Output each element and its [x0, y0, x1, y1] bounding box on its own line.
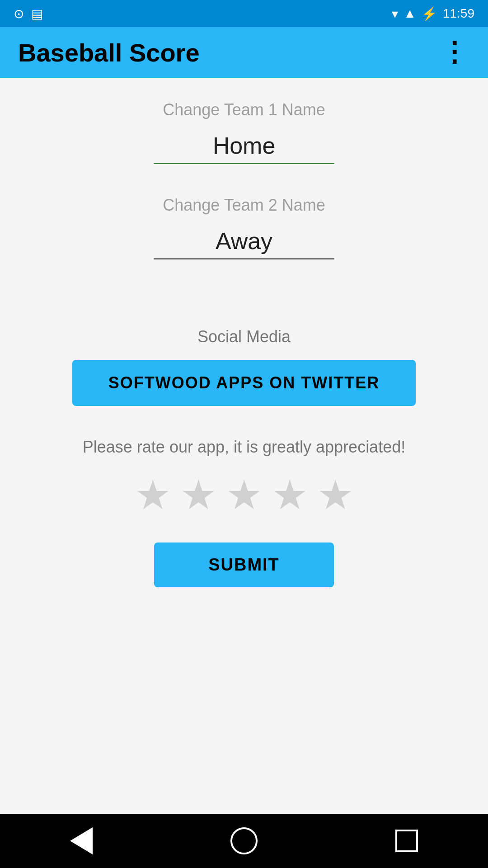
back-icon	[70, 827, 93, 854]
nav-bar	[0, 814, 488, 868]
twitter-button[interactable]: SOFTWOOD APPS ON TWITTER	[72, 360, 416, 406]
team1-label: Change Team 1 Name	[163, 100, 325, 119]
submit-button[interactable]: SUBMIT	[154, 542, 334, 587]
status-icons-right: ▾ ▲ ⚡ 11:59	[392, 6, 474, 21]
team2-name-input[interactable]	[154, 224, 334, 259]
stars-container: ★ ★ ★ ★ ★	[135, 475, 354, 515]
app-title: Baseball Score	[18, 38, 200, 67]
home-icon	[230, 827, 258, 854]
team1-section: Change Team 1 Name	[154, 100, 334, 187]
overflow-menu-button[interactable]: ⋮	[438, 37, 470, 68]
status-bar: ⊙ ▤ ▾ ▲ ⚡ 11:59	[0, 0, 488, 27]
signal-icon: ▲	[404, 6, 416, 21]
rate-label: Please rate our app, it is greatly appre…	[83, 438, 405, 457]
wifi-icon: ▾	[392, 6, 398, 21]
star-2[interactable]: ★	[180, 475, 217, 515]
star-3[interactable]: ★	[226, 475, 263, 515]
star-1[interactable]: ★	[135, 475, 171, 515]
app-bar: Baseball Score ⋮	[0, 27, 488, 78]
team1-name-input[interactable]	[154, 128, 334, 164]
clock: 11:59	[443, 6, 474, 21]
sim-icon: ⊙	[14, 6, 24, 21]
nav-back-button[interactable]	[63, 823, 99, 859]
nav-recent-button[interactable]	[389, 823, 425, 859]
team2-label: Change Team 2 Name	[163, 196, 325, 215]
recent-icon	[395, 830, 418, 852]
social-media-label: Social Media	[197, 327, 291, 346]
star-4[interactable]: ★	[272, 475, 308, 515]
main-content: Change Team 1 Name Change Team 2 Name So…	[0, 78, 488, 814]
battery-icon: ⚡	[422, 6, 437, 21]
status-icons-left: ⊙ ▤	[14, 6, 43, 21]
star-5[interactable]: ★	[317, 475, 354, 515]
sd-card-icon: ▤	[31, 6, 43, 21]
nav-home-button[interactable]	[226, 823, 262, 859]
team2-section: Change Team 2 Name	[154, 196, 334, 282]
